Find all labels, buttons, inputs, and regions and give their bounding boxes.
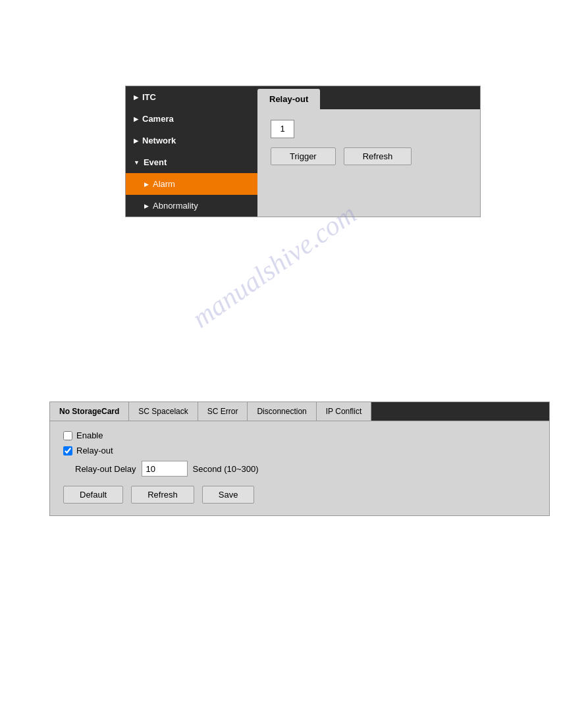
watermark: manualshive.com [186,197,362,334]
arrow-icon: ▼ [134,159,140,166]
top-panel: ▶ ITC ▶ Camera ▶ Network ▼ Event ▶ Alarm… [125,86,481,217]
sidebar-item-label: Alarm [153,179,175,189]
sidebar-item-label: Network [142,136,176,145]
enable-label: Enable [76,430,103,440]
refresh-button[interactable]: Refresh [344,147,412,165]
tab-label: Relay-out [269,94,308,104]
tab-sc-error[interactable]: SC Error [198,402,248,421]
relay-out-checkbox[interactable] [63,446,72,455]
main-content-top: Relay-out 1 Trigger Refresh [257,86,480,217]
relay-out-delay-input[interactable] [142,461,188,477]
enable-row: Enable [63,430,536,440]
relay-out-delay-label: Relay-out Delay [75,464,136,474]
arrow-icon: ▶ [144,181,149,188]
sidebar: ▶ ITC ▶ Camera ▶ Network ▼ Event ▶ Alarm… [126,86,257,217]
bottom-form: Enable Relay-out Relay-out Delay Second … [50,421,549,515]
sidebar-item-alarm[interactable]: ▶ Alarm [126,173,257,195]
bottom-buttons: Default Refresh Save [63,486,536,504]
sidebar-item-label: Event [144,157,167,167]
tab-bar: Relay-out [257,86,480,109]
enable-checkbox[interactable] [63,431,72,440]
tab-disconnection[interactable]: Disconnection [248,402,316,421]
refresh-button[interactable]: Refresh [131,486,194,504]
tab-relay-out[interactable]: Relay-out [257,89,320,109]
save-button[interactable]: Save [202,486,255,504]
relay-out-label: Relay-out [76,446,113,455]
relay-out-row: Relay-out [63,446,536,455]
relay-out-delay-row: Relay-out Delay Second (10~300) [75,461,536,477]
tab-sc-spacelack[interactable]: SC Spacelack [129,402,198,421]
relay-buttons: Trigger Refresh [271,147,467,165]
default-button[interactable]: Default [63,486,123,504]
tab-ip-conflict[interactable]: IP Conflict [317,402,371,421]
bottom-tab-bar: No StorageCard SC Spacelack SC Error Dis… [50,402,549,421]
sidebar-item-label: Camera [142,114,174,124]
sidebar-item-camera[interactable]: ▶ Camera [126,108,257,130]
arrow-icon: ▶ [134,116,138,122]
relay-out-body: 1 Trigger Refresh [257,109,480,176]
sidebar-item-itc[interactable]: ▶ ITC [126,86,257,108]
bottom-panel: No StorageCard SC Spacelack SC Error Dis… [49,402,550,516]
sidebar-item-network[interactable]: ▶ Network [126,130,257,151]
delay-hint: Second (10~300) [193,464,259,474]
arrow-icon: ▶ [144,203,149,209]
arrow-icon: ▶ [134,138,138,144]
relay-number: 1 [271,120,294,138]
sidebar-item-abnormality[interactable]: ▶ Abnormality [126,195,257,217]
sidebar-item-label: Abnormality [153,201,198,211]
tab-dark [371,402,549,421]
sidebar-item-event[interactable]: ▼ Event [126,151,257,173]
trigger-button[interactable]: Trigger [271,147,336,165]
sidebar-item-label: ITC [142,92,156,102]
tab-no-storage-card[interactable]: No StorageCard [50,402,129,421]
arrow-icon: ▶ [134,94,138,101]
